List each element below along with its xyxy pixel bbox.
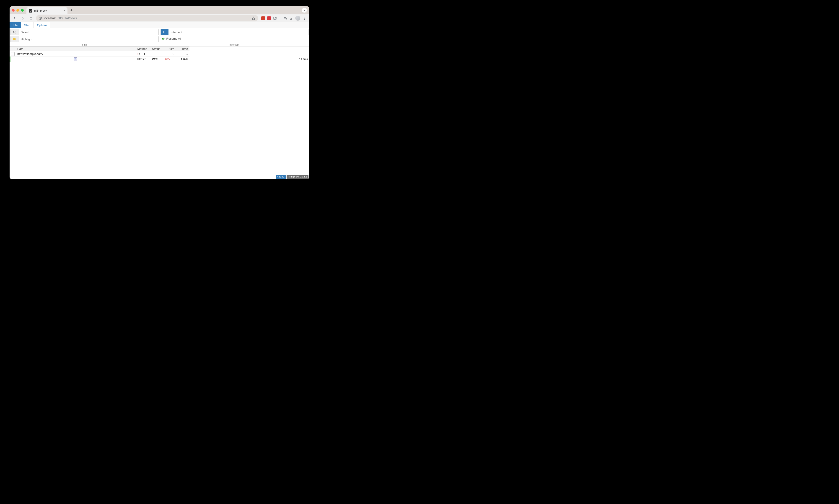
new-tab-button[interactable]: + <box>69 7 74 13</box>
url-path: :8081/#/flows <box>58 16 77 20</box>
filter-row: Resume All <box>10 28 309 43</box>
extensions-puzzle-icon[interactable] <box>273 16 277 20</box>
listen-port-badge[interactable]: *:8080 <box>276 175 286 179</box>
row-path: http://example.com/ <box>16 51 136 57</box>
col-path[interactable]: Path <box>16 47 136 51</box>
minimize-window-button[interactable] <box>16 9 19 12</box>
flow-table: Path Method Status Size Time http://exam… <box>10 47 309 62</box>
row-size: 0 <box>163 51 176 57</box>
find-label: Find <box>10 43 160 46</box>
resume-all-label: Resume All <box>167 37 181 40</box>
menu-file[interactable]: File <box>10 22 21 28</box>
col-status[interactable]: Status <box>151 47 163 51</box>
row-time: ... <box>176 51 190 57</box>
table-header-row: Path Method Status Size Time <box>10 47 309 51</box>
svg-rect-2 <box>40 18 40 19</box>
svg-point-4 <box>304 17 305 17</box>
svg-point-6 <box>304 19 305 20</box>
table-row[interactable]: http://example.com/!GET0... <box>10 51 309 57</box>
tab-strip: mitmproxy × + <box>10 6 309 14</box>
intercept-input[interactable] <box>169 29 309 35</box>
filter-right-column: Resume All <box>160 29 309 42</box>
table-row[interactable]: https://google.com/POST4051.6kb117ms <box>10 56 309 62</box>
menu-start[interactable]: Start <box>21 22 34 28</box>
media-control-icon[interactable] <box>283 16 287 20</box>
row-path: https://google.com/ <box>136 56 151 62</box>
downloads-icon[interactable] <box>289 16 293 20</box>
toolbar-divider <box>280 16 280 20</box>
col-time[interactable]: Time <box>176 47 190 51</box>
row-method: !GET <box>136 51 151 57</box>
row-status <box>151 51 163 57</box>
search-icon[interactable] <box>11 29 18 35</box>
pause-icon[interactable] <box>161 29 169 35</box>
extension-icons <box>261 16 306 21</box>
traffic-lights <box>12 9 24 12</box>
row-status: 405 <box>163 56 176 62</box>
html-file-icon <box>74 57 77 61</box>
svg-rect-9 <box>163 31 164 33</box>
svg-point-7 <box>14 31 15 33</box>
forward-button[interactable] <box>20 15 26 21</box>
intercept-mark-icon: ! <box>138 52 138 56</box>
intercept-label: Intercept <box>160 43 310 46</box>
back-button[interactable] <box>12 15 18 21</box>
svg-rect-10 <box>164 31 165 33</box>
row-type-icon <box>10 51 16 57</box>
row-type-icon <box>16 56 136 62</box>
close-tab-icon[interactable]: × <box>64 9 65 13</box>
col-icon[interactable] <box>10 47 16 51</box>
highlight-group <box>11 36 159 42</box>
browser-window: mitmproxy × + localhost:8081/#/flows <box>10 6 309 179</box>
bookmark-icon[interactable] <box>252 16 255 20</box>
profile-avatar[interactable] <box>295 16 300 21</box>
tab-title: mitmproxy <box>34 9 62 12</box>
close-window-button[interactable] <box>12 9 15 12</box>
svg-line-8 <box>15 33 16 34</box>
file-icon <box>11 52 15 56</box>
svg-point-0 <box>30 10 32 12</box>
intercept-group <box>160 29 309 35</box>
filter-footer-labels: Find Intercept <box>10 43 309 47</box>
menu-options[interactable]: Options <box>34 22 50 28</box>
maximize-window-button[interactable] <box>21 9 24 12</box>
address-bar: localhost:8081/#/flows <box>10 14 309 22</box>
chrome-menu-icon[interactable] <box>302 16 306 20</box>
svg-rect-3 <box>40 17 40 18</box>
mitmproxy-favicon <box>29 9 32 13</box>
tabs-dropdown-button[interactable] <box>302 8 307 13</box>
extension-2-icon[interactable] <box>267 16 271 20</box>
row-size: 1.6kb <box>176 56 190 62</box>
resume-all-button[interactable]: Resume All <box>160 36 309 41</box>
highlight-icon[interactable] <box>11 36 18 42</box>
filter-left-column <box>11 29 159 42</box>
col-method[interactable]: Method <box>136 47 151 51</box>
extension-1-icon[interactable] <box>261 16 265 20</box>
omnibox[interactable]: localhost:8081/#/flows <box>36 15 258 21</box>
forward-all-icon <box>162 37 165 40</box>
row-method: POST <box>151 56 163 62</box>
status-bar: *:8080 mitmproxy 10.3.1 <box>10 175 309 179</box>
row-time: 117ms <box>190 56 310 62</box>
app-menu-bar: File Start Options <box>10 22 309 28</box>
site-info-icon[interactable] <box>39 17 42 20</box>
reload-button[interactable] <box>28 15 34 21</box>
search-group <box>11 29 159 35</box>
browser-tab[interactable]: mitmproxy × <box>27 7 68 14</box>
url-host: localhost <box>44 16 56 20</box>
search-input[interactable] <box>18 29 158 35</box>
version-badge[interactable]: mitmproxy 10.3.1 <box>286 175 309 179</box>
svg-point-5 <box>304 18 305 18</box>
col-size[interactable]: Size <box>163 47 176 51</box>
highlight-input[interactable] <box>18 36 158 42</box>
